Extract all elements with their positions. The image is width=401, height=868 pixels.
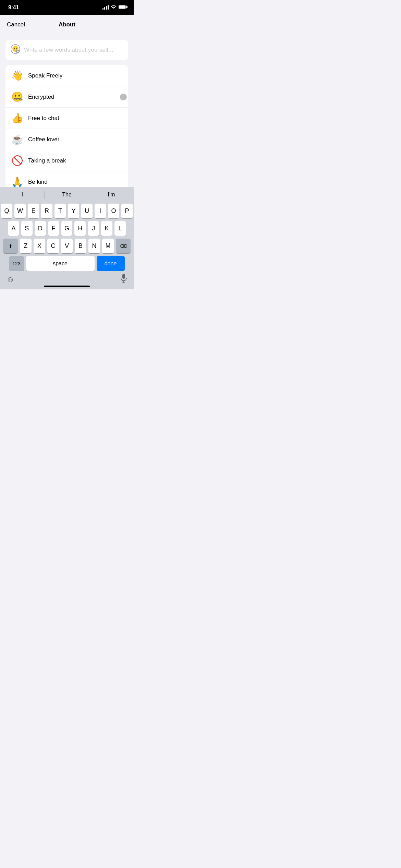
suggestion-item[interactable]: 🤐Encrypted bbox=[5, 86, 128, 108]
number-key[interactable]: 123 bbox=[9, 256, 24, 271]
page-title: About bbox=[59, 21, 75, 28]
status-time: 9:41 bbox=[8, 4, 19, 11]
key-t[interactable]: T bbox=[54, 204, 66, 218]
suggestion-item[interactable]: 👍Free to chat bbox=[5, 108, 128, 129]
key-l[interactable]: L bbox=[114, 221, 126, 236]
suggestion-emoji: 🤐 bbox=[11, 91, 23, 103]
key-row-3: ⬆ZXCVBNM⌫ bbox=[1, 239, 133, 253]
key-c[interactable]: C bbox=[47, 239, 59, 253]
predictive-item-0[interactable]: I bbox=[0, 187, 45, 202]
key-p[interactable]: P bbox=[121, 204, 133, 218]
key-b[interactable]: B bbox=[75, 239, 86, 253]
key-v[interactable]: V bbox=[61, 239, 73, 253]
status-icons bbox=[102, 4, 127, 11]
keyboard-area: I The I'm QWERTYUIOP ASDFGHJKL ⬆ZXCVBNM⌫… bbox=[0, 187, 134, 289]
predictive-item-1[interactable]: The bbox=[45, 187, 89, 202]
shift-key[interactable]: ⬆ bbox=[3, 239, 18, 253]
key-z[interactable]: Z bbox=[20, 239, 32, 253]
key-a[interactable]: A bbox=[8, 221, 19, 236]
suggestion-item[interactable]: 🚫Taking a break bbox=[5, 150, 128, 171]
key-u[interactable]: U bbox=[81, 204, 93, 218]
suggestion-text: Coffee lover bbox=[28, 136, 59, 143]
cancel-button[interactable]: Cancel bbox=[5, 20, 26, 29]
key-n[interactable]: N bbox=[88, 239, 100, 253]
add-emoji-icon[interactable]: 🙂 bbox=[10, 44, 21, 56]
svg-rect-1 bbox=[119, 5, 126, 9]
key-o[interactable]: O bbox=[108, 204, 119, 218]
key-e[interactable]: E bbox=[28, 204, 39, 218]
predictive-item-2[interactable]: I'm bbox=[89, 187, 134, 202]
key-m[interactable]: M bbox=[102, 239, 114, 253]
key-i[interactable]: I bbox=[95, 204, 106, 218]
input-section: 🙂 bbox=[0, 34, 134, 60]
suggestion-item[interactable]: ☕Coffee lover bbox=[5, 129, 128, 150]
key-d[interactable]: D bbox=[35, 221, 46, 236]
suggestion-text: Be kind bbox=[28, 179, 48, 185]
predictive-bar: I The I'm bbox=[0, 187, 134, 202]
key-x[interactable]: X bbox=[34, 239, 45, 253]
svg-rect-8 bbox=[122, 274, 125, 279]
input-container: 🙂 bbox=[5, 40, 128, 60]
key-q[interactable]: Q bbox=[1, 204, 12, 218]
key-h[interactable]: H bbox=[74, 221, 86, 236]
done-key[interactable]: done bbox=[97, 256, 125, 271]
svg-rect-2 bbox=[126, 6, 127, 8]
suggestion-emoji: 👋 bbox=[11, 70, 23, 81]
suggestion-text: Taking a break bbox=[28, 157, 66, 164]
scroll-indicator bbox=[120, 94, 127, 100]
delete-key[interactable]: ⌫ bbox=[116, 239, 131, 253]
key-k[interactable]: K bbox=[101, 221, 112, 236]
key-s[interactable]: S bbox=[21, 221, 33, 236]
about-text-input[interactable] bbox=[24, 47, 123, 53]
key-g[interactable]: G bbox=[61, 221, 73, 236]
key-j[interactable]: J bbox=[88, 221, 99, 236]
wifi-icon bbox=[111, 4, 117, 11]
nav-bar: Cancel About bbox=[0, 15, 134, 34]
home-indicator bbox=[44, 286, 90, 287]
keyboard-rows: QWERTYUIOP ASDFGHJKL ⬆ZXCVBNM⌫ 123spaced… bbox=[0, 202, 134, 272]
suggestion-item[interactable]: 👋Speak Freely bbox=[5, 65, 128, 86]
key-w[interactable]: W bbox=[14, 204, 26, 218]
suggestion-emoji: 🙏 bbox=[11, 176, 23, 188]
suggestion-text: Speak Freely bbox=[28, 72, 62, 79]
microphone-icon[interactable] bbox=[120, 274, 127, 285]
suggestion-emoji: 🚫 bbox=[11, 155, 23, 166]
suggestion-emoji: 👍 bbox=[11, 112, 23, 124]
status-bar: 9:41 bbox=[0, 0, 134, 15]
key-y[interactable]: Y bbox=[68, 204, 79, 218]
key-f[interactable]: F bbox=[48, 221, 59, 236]
suggestion-emoji: ☕ bbox=[11, 134, 23, 145]
battery-icon bbox=[119, 4, 127, 11]
space-key[interactable]: space bbox=[26, 256, 95, 271]
suggestion-text: Encrypted bbox=[28, 94, 54, 100]
key-row-2: ASDFGHJKL bbox=[1, 221, 133, 236]
key-row-4: 123spacedone bbox=[1, 256, 133, 271]
signal-bars-icon bbox=[102, 5, 109, 10]
suggestion-text: Free to chat bbox=[28, 115, 59, 122]
key-r[interactable]: R bbox=[41, 204, 52, 218]
key-row-1: QWERTYUIOP bbox=[1, 204, 133, 218]
emoji-keyboard-icon[interactable]: ☺ bbox=[6, 275, 15, 284]
